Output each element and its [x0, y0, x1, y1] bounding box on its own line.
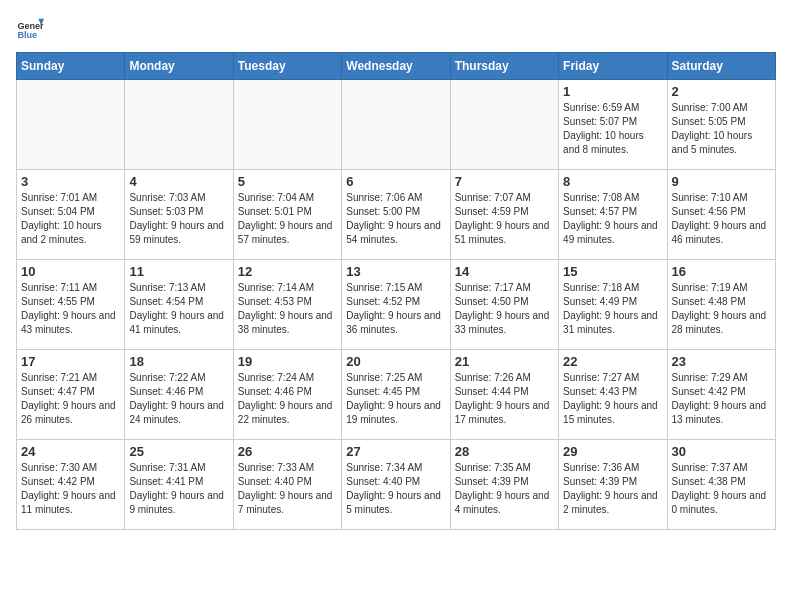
day-of-week-header: Friday [559, 53, 667, 80]
day-number: 11 [129, 264, 228, 279]
day-of-week-header: Wednesday [342, 53, 450, 80]
day-info: Sunrise: 7:35 AM Sunset: 4:39 PM Dayligh… [455, 461, 554, 517]
calendar-cell [233, 80, 341, 170]
day-number: 27 [346, 444, 445, 459]
calendar-cell: 15Sunrise: 7:18 AM Sunset: 4:49 PM Dayli… [559, 260, 667, 350]
calendar-cell: 20Sunrise: 7:25 AM Sunset: 4:45 PM Dayli… [342, 350, 450, 440]
day-number: 29 [563, 444, 662, 459]
day-info: Sunrise: 7:13 AM Sunset: 4:54 PM Dayligh… [129, 281, 228, 337]
calendar-week-row: 1Sunrise: 6:59 AM Sunset: 5:07 PM Daylig… [17, 80, 776, 170]
day-number: 2 [672, 84, 771, 99]
day-number: 23 [672, 354, 771, 369]
calendar-cell: 11Sunrise: 7:13 AM Sunset: 4:54 PM Dayli… [125, 260, 233, 350]
calendar-week-row: 3Sunrise: 7:01 AM Sunset: 5:04 PM Daylig… [17, 170, 776, 260]
calendar-cell [125, 80, 233, 170]
calendar-cell: 19Sunrise: 7:24 AM Sunset: 4:46 PM Dayli… [233, 350, 341, 440]
calendar-cell: 22Sunrise: 7:27 AM Sunset: 4:43 PM Dayli… [559, 350, 667, 440]
calendar-cell [342, 80, 450, 170]
calendar-cell: 18Sunrise: 7:22 AM Sunset: 4:46 PM Dayli… [125, 350, 233, 440]
calendar-cell: 12Sunrise: 7:14 AM Sunset: 4:53 PM Dayli… [233, 260, 341, 350]
day-number: 24 [21, 444, 120, 459]
day-info: Sunrise: 7:14 AM Sunset: 4:53 PM Dayligh… [238, 281, 337, 337]
day-of-week-header: Saturday [667, 53, 775, 80]
day-info: Sunrise: 7:18 AM Sunset: 4:49 PM Dayligh… [563, 281, 662, 337]
day-info: Sunrise: 7:04 AM Sunset: 5:01 PM Dayligh… [238, 191, 337, 247]
day-number: 20 [346, 354, 445, 369]
calendar-cell: 1Sunrise: 6:59 AM Sunset: 5:07 PM Daylig… [559, 80, 667, 170]
day-info: Sunrise: 7:29 AM Sunset: 4:42 PM Dayligh… [672, 371, 771, 427]
calendar-cell: 30Sunrise: 7:37 AM Sunset: 4:38 PM Dayli… [667, 440, 775, 530]
day-info: Sunrise: 7:25 AM Sunset: 4:45 PM Dayligh… [346, 371, 445, 427]
calendar-cell: 2Sunrise: 7:00 AM Sunset: 5:05 PM Daylig… [667, 80, 775, 170]
day-number: 19 [238, 354, 337, 369]
calendar-cell: 17Sunrise: 7:21 AM Sunset: 4:47 PM Dayli… [17, 350, 125, 440]
day-number: 1 [563, 84, 662, 99]
calendar-week-row: 24Sunrise: 7:30 AM Sunset: 4:42 PM Dayli… [17, 440, 776, 530]
calendar-cell: 25Sunrise: 7:31 AM Sunset: 4:41 PM Dayli… [125, 440, 233, 530]
day-info: Sunrise: 7:33 AM Sunset: 4:40 PM Dayligh… [238, 461, 337, 517]
page-header: General Blue [16, 16, 776, 44]
day-info: Sunrise: 7:30 AM Sunset: 4:42 PM Dayligh… [21, 461, 120, 517]
day-info: Sunrise: 7:07 AM Sunset: 4:59 PM Dayligh… [455, 191, 554, 247]
calendar-cell [450, 80, 558, 170]
day-number: 8 [563, 174, 662, 189]
day-number: 21 [455, 354, 554, 369]
day-info: Sunrise: 7:37 AM Sunset: 4:38 PM Dayligh… [672, 461, 771, 517]
calendar-cell: 5Sunrise: 7:04 AM Sunset: 5:01 PM Daylig… [233, 170, 341, 260]
day-number: 22 [563, 354, 662, 369]
calendar-cell: 24Sunrise: 7:30 AM Sunset: 4:42 PM Dayli… [17, 440, 125, 530]
day-number: 16 [672, 264, 771, 279]
calendar-cell: 26Sunrise: 7:33 AM Sunset: 4:40 PM Dayli… [233, 440, 341, 530]
calendar-cell: 13Sunrise: 7:15 AM Sunset: 4:52 PM Dayli… [342, 260, 450, 350]
calendar-header-row: SundayMondayTuesdayWednesdayThursdayFrid… [17, 53, 776, 80]
day-info: Sunrise: 7:10 AM Sunset: 4:56 PM Dayligh… [672, 191, 771, 247]
day-of-week-header: Thursday [450, 53, 558, 80]
day-number: 3 [21, 174, 120, 189]
day-info: Sunrise: 7:01 AM Sunset: 5:04 PM Dayligh… [21, 191, 120, 247]
day-info: Sunrise: 7:26 AM Sunset: 4:44 PM Dayligh… [455, 371, 554, 427]
day-info: Sunrise: 7:00 AM Sunset: 5:05 PM Dayligh… [672, 101, 771, 157]
day-info: Sunrise: 7:21 AM Sunset: 4:47 PM Dayligh… [21, 371, 120, 427]
calendar-cell [17, 80, 125, 170]
day-number: 12 [238, 264, 337, 279]
day-number: 10 [21, 264, 120, 279]
day-number: 7 [455, 174, 554, 189]
calendar-cell: 8Sunrise: 7:08 AM Sunset: 4:57 PM Daylig… [559, 170, 667, 260]
day-number: 14 [455, 264, 554, 279]
day-info: Sunrise: 7:24 AM Sunset: 4:46 PM Dayligh… [238, 371, 337, 427]
day-number: 30 [672, 444, 771, 459]
calendar-cell: 7Sunrise: 7:07 AM Sunset: 4:59 PM Daylig… [450, 170, 558, 260]
calendar-cell: 10Sunrise: 7:11 AM Sunset: 4:55 PM Dayli… [17, 260, 125, 350]
calendar-cell: 9Sunrise: 7:10 AM Sunset: 4:56 PM Daylig… [667, 170, 775, 260]
day-info: Sunrise: 6:59 AM Sunset: 5:07 PM Dayligh… [563, 101, 662, 157]
day-info: Sunrise: 7:06 AM Sunset: 5:00 PM Dayligh… [346, 191, 445, 247]
day-info: Sunrise: 7:08 AM Sunset: 4:57 PM Dayligh… [563, 191, 662, 247]
day-info: Sunrise: 7:19 AM Sunset: 4:48 PM Dayligh… [672, 281, 771, 337]
calendar-cell: 4Sunrise: 7:03 AM Sunset: 5:03 PM Daylig… [125, 170, 233, 260]
day-number: 6 [346, 174, 445, 189]
calendar-cell: 16Sunrise: 7:19 AM Sunset: 4:48 PM Dayli… [667, 260, 775, 350]
day-info: Sunrise: 7:34 AM Sunset: 4:40 PM Dayligh… [346, 461, 445, 517]
logo-icon: General Blue [16, 16, 44, 44]
svg-text:Blue: Blue [17, 30, 37, 40]
day-number: 17 [21, 354, 120, 369]
day-info: Sunrise: 7:11 AM Sunset: 4:55 PM Dayligh… [21, 281, 120, 337]
calendar-week-row: 17Sunrise: 7:21 AM Sunset: 4:47 PM Dayli… [17, 350, 776, 440]
calendar-cell: 27Sunrise: 7:34 AM Sunset: 4:40 PM Dayli… [342, 440, 450, 530]
day-info: Sunrise: 7:15 AM Sunset: 4:52 PM Dayligh… [346, 281, 445, 337]
day-info: Sunrise: 7:17 AM Sunset: 4:50 PM Dayligh… [455, 281, 554, 337]
day-info: Sunrise: 7:36 AM Sunset: 4:39 PM Dayligh… [563, 461, 662, 517]
day-info: Sunrise: 7:31 AM Sunset: 4:41 PM Dayligh… [129, 461, 228, 517]
calendar-cell: 28Sunrise: 7:35 AM Sunset: 4:39 PM Dayli… [450, 440, 558, 530]
calendar-cell: 3Sunrise: 7:01 AM Sunset: 5:04 PM Daylig… [17, 170, 125, 260]
day-number: 26 [238, 444, 337, 459]
day-number: 15 [563, 264, 662, 279]
calendar-week-row: 10Sunrise: 7:11 AM Sunset: 4:55 PM Dayli… [17, 260, 776, 350]
day-of-week-header: Tuesday [233, 53, 341, 80]
calendar-cell: 6Sunrise: 7:06 AM Sunset: 5:00 PM Daylig… [342, 170, 450, 260]
day-number: 4 [129, 174, 228, 189]
day-of-week-header: Monday [125, 53, 233, 80]
day-number: 5 [238, 174, 337, 189]
day-number: 25 [129, 444, 228, 459]
calendar-table: SundayMondayTuesdayWednesdayThursdayFrid… [16, 52, 776, 530]
